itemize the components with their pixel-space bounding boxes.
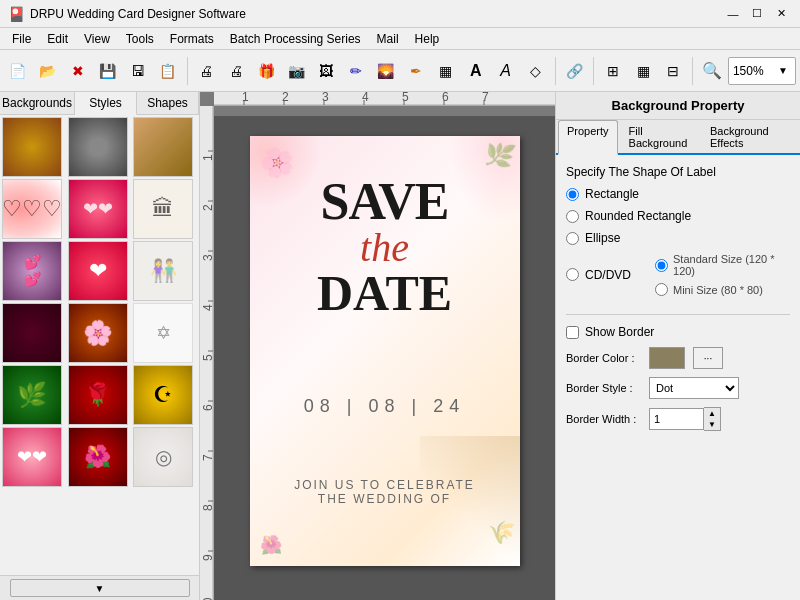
radio-mini-size[interactable]: Mini Size (80 * 80) [655,283,790,296]
list-item[interactable]: ☪ [133,365,193,425]
border-style-label: Border Style : [566,382,641,394]
list-item[interactable] [2,303,62,363]
svg-text:3: 3 [322,92,329,104]
list-item[interactable]: 🌸 [68,303,128,363]
photo-button[interactable]: 🌄 [372,56,400,86]
print-button[interactable]: 🖨 [192,56,220,86]
svg-text:2: 2 [201,204,214,211]
camera-button[interactable]: 📷 [282,56,310,86]
menu-tools[interactable]: Tools [118,28,162,50]
menu-file[interactable]: File [4,28,39,50]
border-style-select[interactable]: Dot Dash Solid DashDot [649,377,739,399]
tab-styles[interactable]: Styles [75,92,137,115]
tab-shapes[interactable]: Shapes [137,92,199,114]
radio-standard-size-input[interactable] [655,259,668,272]
radio-rectangle[interactable]: Rectangle [566,187,790,201]
border-width-spinner: 1 ▲ ▼ [649,407,721,431]
menu-help[interactable]: Help [407,28,448,50]
spinner-up-button[interactable]: ▲ [704,408,720,419]
footer-line1: JOIN US TO CELEBRATE [250,478,520,492]
radio-cd-dvd[interactable]: CD/DVD [566,253,631,296]
save2-button[interactable]: 📋 [154,56,182,86]
save-as-button[interactable]: 🖫 [124,56,152,86]
menu-formats[interactable]: Formats [162,28,222,50]
ruler-button[interactable]: ⊟ [659,56,687,86]
gift-button[interactable]: 🎁 [252,56,280,86]
save-the-date-text: SAVE the DATE [250,176,520,318]
link-button[interactable]: 🔗 [560,56,588,86]
print2-button[interactable]: 🖨 [222,56,250,86]
menu-view[interactable]: View [76,28,118,50]
edit2-button[interactable]: ✒ [402,56,430,86]
shape-button[interactable]: ◇ [522,56,550,86]
radio-standard-size-label: Standard Size (120 * 120) [673,253,790,277]
radio-rectangle-input[interactable] [566,188,579,201]
list-item[interactable]: ♡♡♡ [2,179,62,239]
list-item[interactable] [2,117,62,177]
delete-button[interactable]: ✖ [64,56,92,86]
date-numbers: 08 | 08 | 24 [250,396,520,417]
date-text: DATE [250,268,520,318]
list-item[interactable]: ◎ [133,427,193,487]
show-border-row[interactable]: Show Border [566,325,790,339]
text2-button[interactable]: A [492,56,520,86]
list-item[interactable]: 💕💕 [2,241,62,301]
svg-text:1: 1 [201,154,214,161]
radio-ellipse-input[interactable] [566,232,579,245]
border-color-picker-button[interactable]: ··· [693,347,723,369]
list-item[interactable]: 🌺 [68,427,128,487]
app-title: DRPU Wedding Card Designer Software [30,7,722,21]
tab-fill-background[interactable]: Fill Background [620,120,699,153]
spinner-down-button[interactable]: ▼ [704,419,720,430]
menu-batch[interactable]: Batch Processing Series [222,28,369,50]
list-item[interactable]: 👫 [133,241,193,301]
list-item[interactable]: 🌹 [68,365,128,425]
radio-standard-size[interactable]: Standard Size (120 * 120) [655,253,790,277]
list-item[interactable]: 🏛 [133,179,193,239]
border-color-swatch[interactable] [649,347,685,369]
barcode-button[interactable]: ▦ [432,56,460,86]
border-width-input[interactable]: 1 [649,408,704,430]
list-item[interactable]: ❤❤ [68,179,128,239]
menu-edit[interactable]: Edit [39,28,76,50]
border-color-row: Border Color : ··· [566,347,790,369]
save-button[interactable]: 💾 [94,56,122,86]
show-border-checkbox[interactable] [566,326,579,339]
image-button[interactable]: 🖼 [312,56,340,86]
radio-cd-dvd-input[interactable] [566,268,579,281]
tab-background-effects[interactable]: Background Effects [701,120,796,153]
table-button[interactable]: ⊞ [599,56,627,86]
svg-text:5: 5 [201,354,214,361]
scroll-down-button[interactable]: ▼ [10,579,190,597]
close-button[interactable]: ✕ [770,5,792,23]
panel-tab-bar: Backgrounds Styles Shapes [0,92,199,115]
tab-backgrounds[interactable]: Backgrounds [0,92,75,114]
list-item[interactable] [133,117,193,177]
radio-rounded-rectangle-input[interactable] [566,210,579,223]
design-canvas[interactable]: 🌸 🌿 🌾 🌺 SAVE the DATE 08 | 08 | 24 JOIN … [250,136,520,566]
maximize-button[interactable]: ☐ [746,5,768,23]
zoom-in-button[interactable]: 🔍 [698,56,726,86]
zoom-input[interactable]: 150% [733,64,773,78]
list-item[interactable]: 🌿 [2,365,62,425]
open-button[interactable]: 📂 [34,56,62,86]
menu-mail[interactable]: Mail [369,28,407,50]
thumbnail-scroll[interactable]: ♡♡♡ ❤❤ 🏛 💕💕 ❤ 👫 🌸 [0,115,199,575]
list-item[interactable]: ❤❤ [2,427,62,487]
grid-button[interactable]: ▦ [629,56,657,86]
svg-text:7: 7 [201,454,214,461]
radio-ellipse[interactable]: Ellipse [566,231,790,245]
list-item[interactable]: ❤ [68,241,128,301]
list-item[interactable] [68,117,128,177]
list-item[interactable]: ✡ [133,303,193,363]
tab-property[interactable]: Property [558,120,618,155]
zoom-dropdown-button[interactable]: ▼ [775,60,791,82]
canvas-area: 1 2 3 4 5 6 7 1 2 [200,92,555,600]
radio-rounded-rectangle[interactable]: Rounded Rectangle [566,209,790,223]
radio-mini-size-input[interactable] [655,283,668,296]
footer-line2: THE WEDDING OF [250,492,520,506]
new-button[interactable]: 📄 [4,56,32,86]
text-button[interactable]: A [462,56,490,86]
pen-button[interactable]: ✏ [342,56,370,86]
minimize-button[interactable]: — [722,5,744,23]
